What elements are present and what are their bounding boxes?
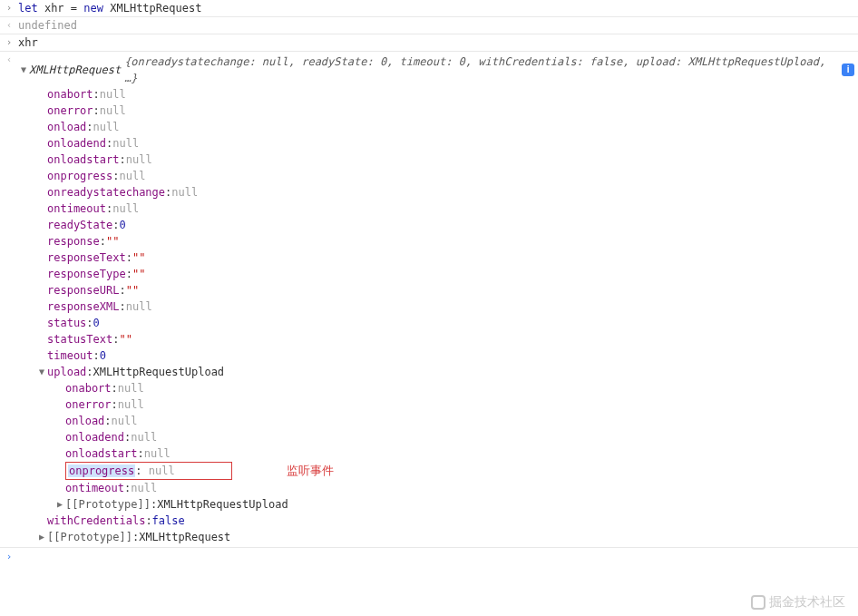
property-row[interactable]: statusText: "" [18, 331, 854, 347]
property-row[interactable]: onerror: null [18, 396, 854, 413]
property-row-upload[interactable]: ▼ upload: XMLHttpRequestUpload [18, 364, 854, 380]
property-name: readyState [47, 217, 112, 233]
annotation-label: 监听事件 [287, 463, 334, 479]
property-name: onabort [47, 86, 93, 103]
input-marker-icon: › [4, 2, 15, 14]
console-result-row: ‹ undefined [0, 17, 858, 34]
property-value: null [118, 380, 144, 396]
keyword-let: let [18, 2, 38, 15]
info-icon[interactable]: i [842, 64, 854, 76]
property-name: onload [65, 413, 104, 429]
property-row[interactable]: onreadystatechange: null [18, 184, 854, 200]
property-name: onerror [65, 396, 112, 413]
property-row[interactable]: withCredentials: false [18, 513, 854, 529]
property-name: onprogress [68, 464, 135, 477]
property-value: "" [126, 282, 139, 298]
property-name: responseType [47, 266, 126, 282]
property-row[interactable]: timeout: 0 [18, 347, 854, 364]
property-value: "" [132, 249, 145, 266]
console-input-row[interactable]: › let xhr = new XMLHttpRequest [0, 0, 858, 17]
upload-properties-list: onabort: nullonerror: nullonload: nullon… [18, 380, 854, 496]
expand-toggle-icon[interactable]: ▶ [54, 496, 65, 513]
expand-toggle-icon[interactable]: ▶ [36, 529, 47, 545]
property-value: null [112, 413, 138, 429]
property-row[interactable]: onloadstart: null [18, 445, 854, 462]
object-summary[interactable]: ▼ XMLHttpRequest {onreadystatechange: nu… [18, 54, 854, 86]
property-name: withCredentials [47, 513, 145, 529]
property-name: onabort [65, 380, 112, 396]
property-name: responseURL [47, 282, 119, 298]
property-value: null [126, 298, 152, 315]
property-value: null [100, 103, 126, 119]
console-input-row[interactable]: › xhr [0, 34, 858, 52]
property-value: null [112, 135, 139, 152]
property-name: responseText [47, 249, 126, 266]
property-name: onloadend [47, 135, 106, 152]
property-name: ontimeout [65, 480, 124, 496]
property-row[interactable]: onload: null [18, 413, 854, 429]
property-value: XMLHttpRequest [139, 529, 230, 545]
property-row[interactable]: ontimeout: null [18, 480, 854, 496]
summary-class: XMLHttpRequest [29, 62, 121, 78]
property-row[interactable]: onabort: null [18, 380, 854, 396]
property-value: "" [132, 266, 145, 282]
property-value: null [119, 168, 145, 184]
property-name: timeout [47, 347, 93, 364]
property-value: null [131, 429, 157, 445]
highlighted-property: onprogress: null [65, 462, 232, 480]
property-value: null [171, 184, 198, 200]
property-name: onerror [47, 103, 93, 119]
expand-toggle-icon[interactable]: ▼ [18, 62, 29, 78]
property-row[interactable]: onloadstart: null [18, 152, 854, 168]
property-row[interactable]: onprogress: null监听事件 [18, 462, 854, 480]
property-name: onloadstart [65, 445, 137, 462]
property-row[interactable]: onerror: null [18, 103, 854, 119]
property-name: response [47, 233, 100, 249]
property-name: [[Prototype]] [65, 496, 151, 513]
expand-toggle-icon[interactable]: ▼ [36, 364, 47, 380]
property-value: 0 [119, 217, 125, 233]
console-input-content: xhr [15, 36, 854, 49]
property-row-proto[interactable]: ▶ [[Prototype]]: XMLHttpRequestUpload [18, 496, 854, 513]
property-row[interactable]: onloadend: null [18, 429, 854, 445]
property-name: [[Prototype]] [47, 529, 132, 545]
keyword-new: new [83, 2, 103, 15]
property-name: statusText [47, 331, 112, 347]
property-row[interactable]: response: "" [18, 233, 854, 249]
property-name: responseXML [47, 298, 119, 315]
property-row[interactable]: onloadend: null [18, 135, 854, 152]
property-row[interactable]: status: 0 [18, 315, 854, 331]
property-row[interactable]: responseURL: "" [18, 282, 854, 298]
property-value: null [149, 464, 175, 477]
property-value: "" [119, 331, 132, 347]
console-prompt[interactable]: › [0, 548, 858, 565]
input-marker-icon: › [4, 551, 15, 562]
property-row[interactable]: onload: null [18, 119, 854, 135]
property-name: onload [47, 119, 86, 135]
console-input-content: let xhr = new XMLHttpRequest [15, 2, 854, 15]
class-name: XMLHttpRequest [110, 2, 201, 15]
property-value: null [144, 445, 171, 462]
output-marker-icon: ‹ [4, 54, 15, 65]
property-row[interactable]: responseText: "" [18, 249, 854, 266]
property-name: onloadend [65, 429, 124, 445]
property-row[interactable]: responseType: "" [18, 266, 854, 282]
properties-list: onabort: nullonerror: nullonload: nullon… [18, 86, 854, 364]
property-value: null [100, 86, 126, 103]
property-name: ontimeout [47, 200, 106, 217]
property-value: 0 [93, 315, 100, 331]
watermark-icon [751, 595, 765, 610]
property-name: onreadystatechange [47, 184, 165, 200]
output-marker-icon: ‹ [4, 19, 15, 31]
watermark: 掘金技术社区 [751, 594, 845, 611]
property-row[interactable]: ontimeout: null [18, 200, 854, 217]
property-row[interactable]: responseXML: null [18, 298, 854, 315]
property-row-proto[interactable]: ▶ [[Prototype]]: XMLHttpRequest [18, 529, 854, 545]
property-value: false [152, 513, 185, 529]
property-row[interactable]: readyState: 0 [18, 217, 854, 233]
console-object-row: ‹ ▼ XMLHttpRequest {onreadystatechange: … [0, 52, 858, 547]
property-row[interactable]: onprogress: null [18, 168, 854, 184]
property-value: XMLHttpRequestUpload [93, 364, 225, 380]
property-row[interactable]: onabort: null [18, 86, 854, 103]
watermark-text: 掘金技术社区 [769, 594, 845, 611]
